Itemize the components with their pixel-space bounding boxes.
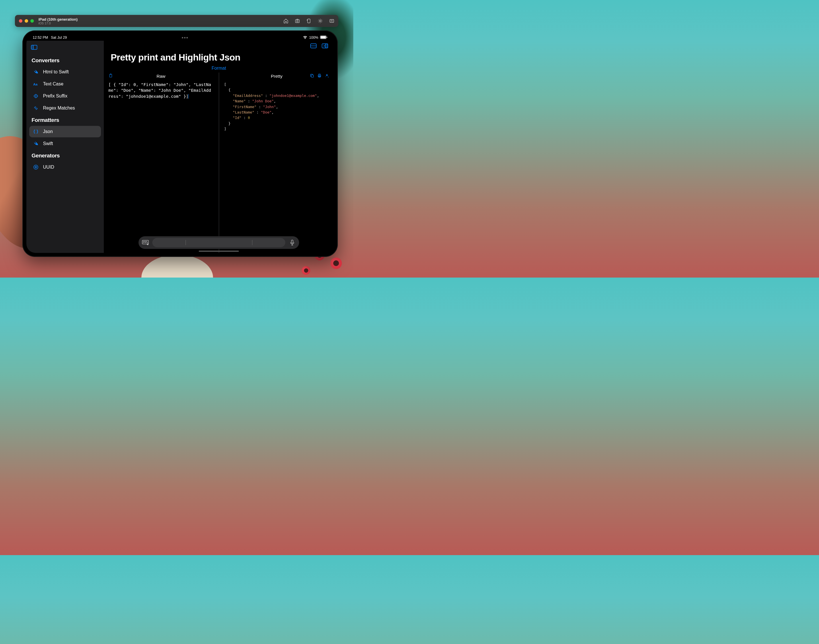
svg-rect-21 <box>311 75 313 77</box>
prefix-suffix-icon <box>33 93 39 99</box>
status-date: Sat Jul 29 <box>51 35 67 40</box>
nav-label: Text Case <box>43 81 63 87</box>
layout-horizontal-icon[interactable] <box>310 43 317 50</box>
svg-point-30 <box>143 242 144 243</box>
home-icon[interactable] <box>283 18 288 23</box>
svg-rect-10 <box>31 45 33 50</box>
svg-rect-20 <box>110 74 111 75</box>
svg-point-29 <box>147 241 147 242</box>
microphone-icon[interactable] <box>288 238 297 247</box>
pretty-code-output: [ { "EmailAddress" : "johndoe1@example.c… <box>223 81 331 253</box>
window-controls <box>19 19 34 23</box>
svg-rect-0 <box>295 20 299 23</box>
swift-bird-icon <box>33 141 39 147</box>
keyboard-accessory-bar <box>138 236 299 249</box>
keyboard-suggestion-field[interactable] <box>152 238 285 247</box>
pane-divider[interactable] <box>219 72 219 253</box>
regex-icon <box>33 105 39 111</box>
nav-html-to-swift[interactable]: Html to Swift <box>29 66 101 78</box>
print-icon[interactable] <box>317 74 322 79</box>
status-bar: 12:52 PM Sat Jul 29 100% <box>26 34 334 41</box>
svg-rect-23 <box>319 74 320 75</box>
keyboard-shortcut-icon[interactable] <box>329 18 334 23</box>
svg-point-26 <box>143 241 144 242</box>
svg-rect-6 <box>321 36 326 38</box>
svg-point-1 <box>296 20 298 22</box>
svg-point-3 <box>319 20 321 22</box>
page-title: Pretty print and Highlight Json <box>104 52 334 66</box>
svg-point-31 <box>147 242 148 243</box>
svg-point-28 <box>146 241 146 242</box>
raw-pane: Raw [ { "Id": 0, "FirstName": "John", "L… <box>104 72 218 253</box>
main-content: Pretty print and Highlight Json Format R… <box>104 41 334 253</box>
nav-text-case[interactable]: Aa Text Case <box>29 78 101 90</box>
battery-icon <box>320 35 327 40</box>
brightness-icon[interactable] <box>318 18 323 23</box>
keyboard-icon[interactable] <box>141 238 150 247</box>
svg-rect-7 <box>327 37 327 38</box>
pretty-pane: Pretty [ { "EmailAddress" : "johndoe1@ex… <box>220 72 334 253</box>
raw-label: Raw <box>156 74 166 79</box>
home-indicator[interactable] <box>199 251 239 252</box>
svg-rect-34 <box>291 240 293 243</box>
ipad-screen: 12:52 PM Sat Jul 29 100% Converters Html… <box>26 34 334 253</box>
simulator-device-name: iPad (10th generation) <box>38 17 78 21</box>
multitask-dots-icon[interactable] <box>67 37 303 38</box>
raw-code-input[interactable]: [ { "Id": 0, "FirstName": "John", "LastN… <box>107 81 215 253</box>
nav-regex-matches[interactable]: Regex Matches <box>29 102 101 114</box>
close-button[interactable] <box>19 19 22 23</box>
section-generators: Generators <box>26 150 104 161</box>
maximize-button[interactable] <box>31 19 34 23</box>
status-time: 12:52 PM <box>33 35 48 40</box>
nav-uuid[interactable]: UUID <box>29 161 101 173</box>
hide-sidebar-icon[interactable] <box>322 43 328 50</box>
copy-icon[interactable] <box>310 74 314 79</box>
svg-rect-18 <box>325 44 328 48</box>
ipad-device-frame: 12:52 PM Sat Jul 29 100% Converters Html… <box>22 31 338 257</box>
section-converters: Converters <box>26 54 104 66</box>
battery-percent: 100% <box>309 35 318 40</box>
sidebar-toggle-button[interactable] <box>26 43 104 54</box>
wifi-icon <box>303 35 307 40</box>
sparkle-icon[interactable] <box>325 74 329 79</box>
sidebar: Converters Html to Swift Aa Text Case Pr… <box>26 41 104 253</box>
rotate-icon[interactable] <box>306 18 311 23</box>
simulator-os-version: iOS 17.0 <box>38 21 78 25</box>
svg-rect-25 <box>142 240 149 244</box>
section-formatters: Formatters <box>26 114 104 126</box>
minimize-button[interactable] <box>25 19 28 23</box>
nav-label: Html to Swift <box>43 69 69 75</box>
screenshot-icon[interactable] <box>295 18 300 23</box>
nav-json[interactable]: Json <box>29 126 101 137</box>
paste-icon[interactable] <box>108 74 113 79</box>
nav-label: Json <box>43 129 53 134</box>
svg-rect-19 <box>110 74 112 77</box>
svg-point-33 <box>147 244 148 245</box>
nav-swift[interactable]: Swift <box>29 138 101 149</box>
pretty-label: Pretty <box>271 74 282 79</box>
text-case-icon: Aa <box>33 81 39 87</box>
svg-point-12 <box>35 108 37 109</box>
svg-rect-2 <box>308 19 310 23</box>
format-button[interactable]: Format <box>104 66 334 72</box>
swift-bird-icon <box>33 69 39 75</box>
asterisk-circle-icon <box>33 164 39 170</box>
nav-label: Prefix Suffix <box>43 94 67 99</box>
nav-label: UUID <box>43 165 54 170</box>
nav-prefix-suffix[interactable]: Prefix Suffix <box>29 90 101 102</box>
svg-text:Aa: Aa <box>33 82 38 86</box>
simulator-titlebar: iPad (10th generation) iOS 17.0 <box>15 15 338 27</box>
nav-label: Regex Matches <box>43 106 75 111</box>
json-braces-icon <box>33 129 39 135</box>
nav-label: Swift <box>43 141 53 146</box>
svg-point-27 <box>144 241 145 242</box>
